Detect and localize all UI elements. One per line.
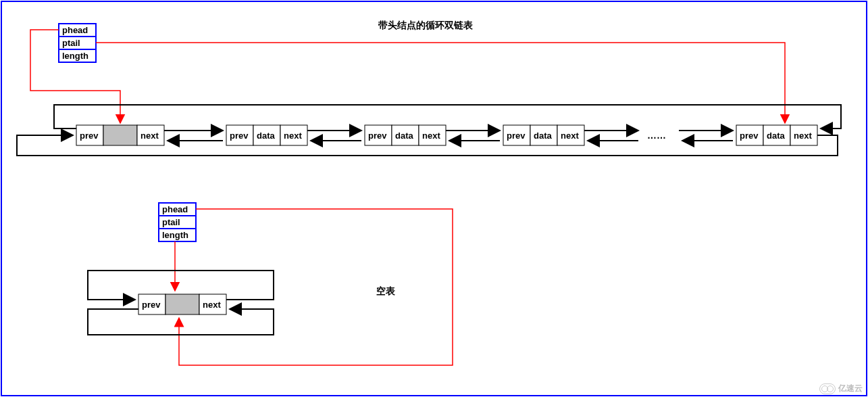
empty-head-node: prev next	[138, 294, 226, 314]
struct-field: phead	[62, 25, 88, 35]
struct-field: ptail	[162, 217, 180, 227]
head-node: prev next	[76, 125, 164, 145]
ptail-pointer	[96, 43, 785, 123]
watermark: 亿速云	[819, 383, 863, 394]
wrap-prev-to-tail	[54, 105, 841, 129]
struct-field: phead	[162, 204, 188, 214]
last-node: prev data next	[736, 125, 817, 145]
cell-label: next	[203, 300, 221, 310]
cell-label: next	[422, 131, 440, 141]
list-struct-top: phead ptail length	[59, 24, 96, 62]
list-node: prev data next	[365, 125, 446, 145]
cell-label: data	[534, 131, 553, 141]
cell-label: next	[141, 131, 159, 141]
ellipsis: ……	[647, 130, 666, 141]
list-node: prev data next	[226, 125, 307, 145]
empty-list-label: 空表	[376, 285, 396, 296]
struct-field: length	[162, 230, 188, 240]
cell-label: prev	[368, 131, 387, 141]
empty-ptail-pointer	[179, 209, 453, 365]
list-struct-bottom: phead ptail length	[159, 203, 196, 241]
watermark-text: 亿速云	[838, 383, 863, 393]
cell-label: data	[395, 131, 414, 141]
cell-label: prev	[142, 300, 161, 310]
cell-label: prev	[507, 131, 526, 141]
cell-label: next	[561, 131, 579, 141]
struct-field: ptail	[62, 38, 80, 48]
cell-label: data	[257, 131, 276, 141]
struct-field: length	[62, 51, 88, 61]
list-node: prev data next	[503, 125, 584, 145]
cell-label: prev	[80, 131, 99, 141]
diagram-frame	[1, 1, 867, 396]
diagram-title: 带头结点的循环双链表	[378, 20, 474, 30]
cloud-icon	[819, 383, 836, 394]
cell-label: prev	[230, 131, 249, 141]
cell-label: next	[794, 131, 812, 141]
svg-rect-4	[103, 125, 137, 145]
svg-rect-32	[165, 294, 199, 314]
cell-label: next	[284, 131, 302, 141]
cell-label: data	[767, 131, 786, 141]
cell-label: prev	[740, 131, 759, 141]
